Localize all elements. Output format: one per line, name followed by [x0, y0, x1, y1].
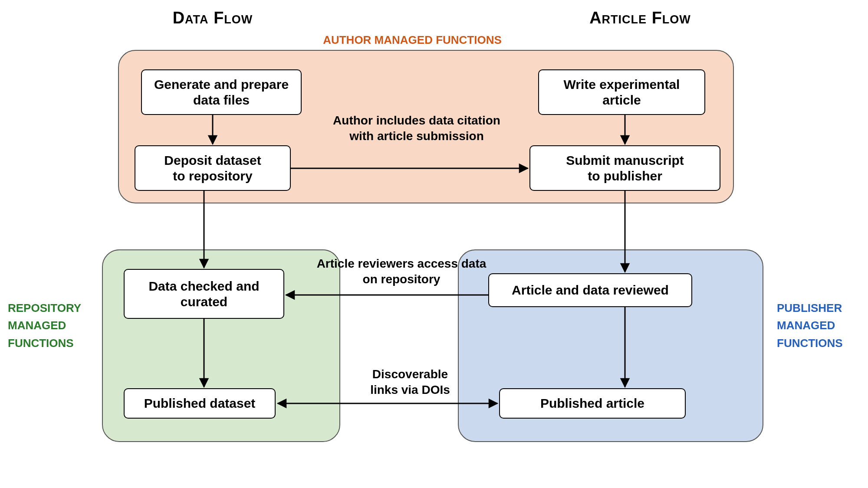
dois-label: Discoverable links via DOIs [347, 367, 473, 398]
published-dataset-box: Published dataset [124, 388, 276, 419]
reviewed-box: Article and data reviewed [488, 273, 692, 307]
repository-managed-label: REPOSITORY MANAGED FUNCTIONS [8, 299, 99, 352]
generate-box: Generate and prepare data files [141, 69, 302, 115]
write-box: Write experimental article [538, 69, 705, 115]
cite-label: Author includes data citation with artic… [317, 113, 516, 144]
checked-box: Data checked and curated [124, 269, 284, 319]
deposit-box: Deposit dataset to repository [135, 145, 291, 191]
submit-box: Submit manuscript to publisher [529, 145, 720, 191]
reviewers-label: Article reviewers access data on reposit… [297, 256, 506, 288]
publisher-managed-label: PUBLISHER MANAGED FUNCTIONS [777, 299, 864, 352]
published-article-box: Published article [499, 388, 686, 419]
author-managed-label: AUTHOR MANAGED FUNCTIONS [304, 31, 521, 49]
article-flow-heading: Article Flow [560, 9, 720, 27]
data-flow-heading: Data Flow [143, 9, 282, 27]
